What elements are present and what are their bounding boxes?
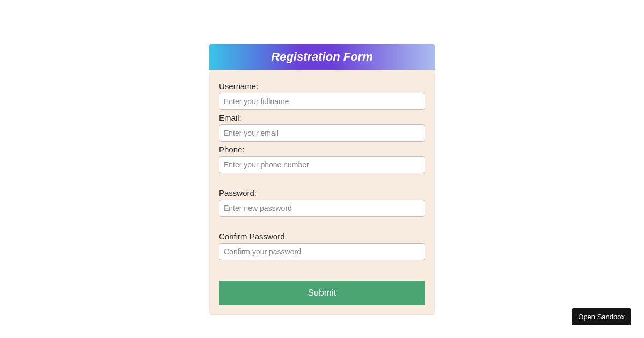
phone-label: Phone:	[219, 145, 425, 154]
email-field-group: Email:	[219, 113, 425, 142]
username-input[interactable]	[219, 93, 425, 110]
confirm-password-input[interactable]	[219, 243, 425, 260]
username-label: Username:	[219, 82, 425, 91]
username-field-group: Username:	[219, 82, 425, 110]
form-title: Registration Form	[209, 50, 435, 64]
email-label: Email:	[219, 113, 425, 122]
registration-form-card: Registration Form Username: Email: Phone…	[209, 44, 435, 315]
email-input[interactable]	[219, 124, 425, 142]
submit-button[interactable]: Submit	[219, 281, 425, 305]
password-label: Password:	[219, 188, 425, 197]
form-body: Username: Email: Phone: Password: Confir…	[209, 70, 435, 315]
phone-field-group: Phone:	[219, 145, 425, 173]
open-sandbox-button[interactable]: Open Sandbox	[572, 308, 631, 325]
password-input[interactable]	[219, 200, 425, 217]
confirm-password-field-group: Confirm Password	[219, 232, 425, 260]
phone-input[interactable]	[219, 156, 425, 173]
confirm-password-label: Confirm Password	[219, 232, 425, 241]
password-field-group: Password:	[219, 188, 425, 217]
form-header: Registration Form	[209, 44, 435, 70]
